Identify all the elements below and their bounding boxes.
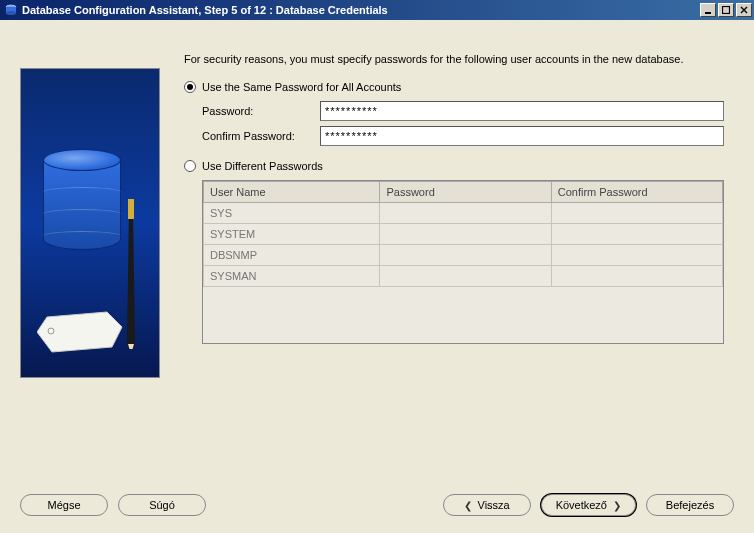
different-passwords-label: Use Different Passwords: [202, 160, 323, 172]
same-password-option[interactable]: Use the Same Password for All Accounts: [184, 81, 724, 93]
maximize-button[interactable]: [718, 3, 734, 17]
radio-unselected-icon: [184, 160, 196, 172]
table-row: SYSTEM: [204, 223, 723, 244]
cell-confirm[interactable]: [551, 265, 722, 286]
main-panel: For security reasons, you must specify p…: [160, 44, 734, 480]
radio-selected-icon: [184, 81, 196, 93]
svg-rect-4: [723, 7, 730, 14]
password-label: Password:: [202, 105, 320, 117]
window-controls: [700, 3, 752, 17]
cell-password[interactable]: [380, 244, 551, 265]
intro-text: For security reasons, you must specify p…: [184, 52, 724, 67]
confirm-password-label: Confirm Password:: [202, 130, 320, 142]
table-row: SYS: [204, 202, 723, 223]
content-area: For security reasons, you must specify p…: [0, 20, 754, 480]
cell-password[interactable]: [380, 223, 551, 244]
window-title: Database Configuration Assistant, Step 5…: [22, 4, 700, 16]
table-row: SYSMAN: [204, 265, 723, 286]
help-button[interactable]: Súgó: [118, 494, 206, 516]
svg-marker-8: [37, 312, 122, 352]
minimize-button[interactable]: [700, 3, 716, 17]
cell-password[interactable]: [380, 202, 551, 223]
wizard-illustration: [20, 68, 160, 378]
titlebar: Database Configuration Assistant, Step 5…: [0, 0, 754, 20]
app-icon: [4, 3, 18, 17]
same-password-label: Use the Same Password for All Accounts: [202, 81, 401, 93]
back-label: Vissza: [478, 499, 510, 511]
database-icon: [43, 149, 121, 249]
confirm-password-input[interactable]: [320, 126, 724, 146]
svg-rect-3: [705, 12, 711, 14]
col-confirm[interactable]: Confirm Password: [551, 181, 722, 202]
wizard-footer: Mégse Súgó ❮ Vissza Következő ❯ Befejezé…: [0, 480, 754, 530]
different-passwords-option[interactable]: Use Different Passwords: [184, 160, 724, 172]
svg-marker-5: [127, 209, 135, 349]
cell-confirm[interactable]: [551, 223, 722, 244]
col-password[interactable]: Password: [380, 181, 551, 202]
cell-user: DBSNMP: [204, 244, 380, 265]
cell-user: SYS: [204, 202, 380, 223]
chevron-left-icon: ❮: [464, 500, 472, 511]
next-button[interactable]: Következő ❯: [541, 494, 636, 516]
passwords-table: User Name Password Confirm Password SYSS…: [202, 180, 724, 344]
table-header-row: User Name Password Confirm Password: [204, 181, 723, 202]
tag-icon: [37, 307, 127, 357]
same-password-form: Password: Confirm Password:: [202, 101, 724, 146]
col-username[interactable]: User Name: [204, 181, 380, 202]
cell-confirm[interactable]: [551, 202, 722, 223]
cell-user: SYSTEM: [204, 223, 380, 244]
cell-user: SYSMAN: [204, 265, 380, 286]
password-input[interactable]: [320, 101, 724, 121]
svg-marker-7: [128, 344, 134, 349]
chevron-right-icon: ❯: [613, 500, 621, 511]
cancel-button[interactable]: Mégse: [20, 494, 108, 516]
cell-confirm[interactable]: [551, 244, 722, 265]
next-label: Következő: [556, 499, 607, 511]
table-row: DBSNMP: [204, 244, 723, 265]
finish-button[interactable]: Befejezés: [646, 494, 734, 516]
cell-password[interactable]: [380, 265, 551, 286]
svg-point-2: [6, 11, 16, 15]
back-button[interactable]: ❮ Vissza: [443, 494, 531, 516]
close-button[interactable]: [736, 3, 752, 17]
svg-rect-6: [128, 199, 134, 219]
